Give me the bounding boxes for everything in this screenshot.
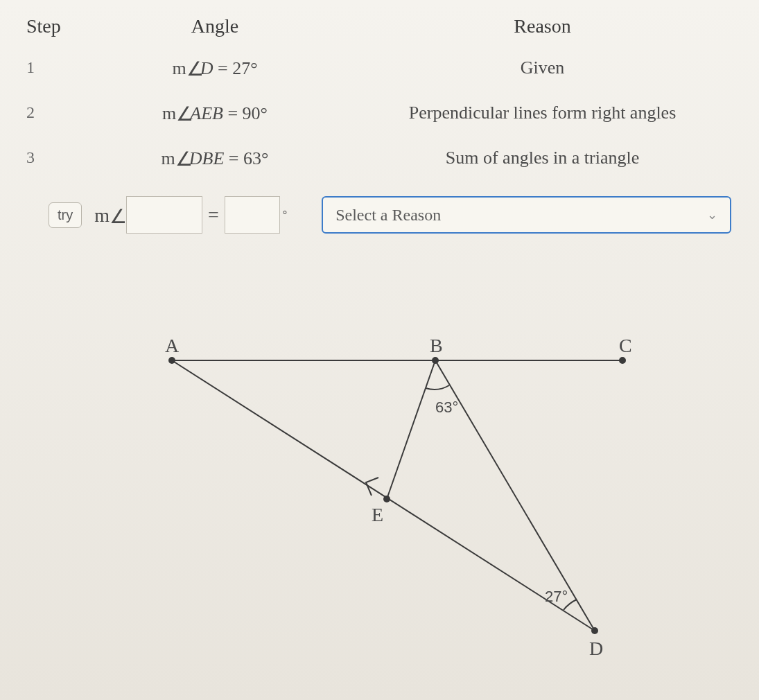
input-row: try m = ° Select a Reason ⌄ (21, 187, 738, 243)
point-c (619, 357, 626, 364)
equals-sign: = (208, 204, 219, 226)
table-row: 2 mAEB = 90° Perpendicular lines form ri… (21, 90, 738, 135)
step-number: 3 (21, 148, 83, 167)
angle-label-63: 63° (435, 399, 458, 416)
point-b (432, 357, 439, 364)
reason-select[interactable]: Select a Reason ⌄ (322, 196, 731, 234)
label-e: E (372, 504, 383, 525)
label-a: A (165, 335, 180, 356)
label-c: C (619, 335, 632, 356)
angle-icon (175, 146, 188, 159)
reason-text: Sum of angles in a triangle (347, 148, 738, 168)
line-ad (172, 360, 595, 631)
point-e (383, 496, 390, 502)
angle-icon (186, 56, 199, 69)
reason-text: Given (347, 58, 738, 78)
angle-statement: mDBE = 63° (83, 146, 347, 169)
angle-statement: mAEB = 90° (83, 101, 347, 124)
angle-value-input[interactable] (225, 196, 280, 234)
angle-label-27: 27° (545, 588, 568, 605)
degree-symbol: ° (283, 209, 287, 221)
proof-table: Step Angle Reason 1 mD = 27° Given 2 mAE… (21, 7, 738, 243)
line-be (387, 360, 435, 499)
point-a (168, 357, 175, 364)
reason-text: Perpendicular lines form right angles (347, 103, 738, 123)
label-b: B (430, 335, 443, 356)
geometry-diagram: 63° 27° A B C E D (21, 305, 738, 665)
try-button[interactable]: try (49, 202, 82, 228)
right-angle-marker (366, 478, 378, 496)
step-number: 1 (21, 58, 83, 77)
label-d: D (589, 638, 603, 659)
header-angle: Angle (83, 15, 347, 37)
m-angle-label: m (94, 204, 123, 227)
angle-name-input[interactable] (126, 196, 202, 234)
angle-icon (110, 204, 122, 216)
line-bd (435, 360, 595, 631)
chevron-down-icon: ⌄ (707, 207, 717, 222)
table-row: 3 mDBE = 63° Sum of angles in a triangle (21, 135, 738, 180)
table-header-row: Step Angle Reason (21, 7, 738, 45)
select-placeholder: Select a Reason (335, 206, 441, 225)
angle-arc-63 (426, 385, 449, 390)
angle-statement: mD = 27° (83, 56, 347, 79)
diagram-svg: 63° 27° A B C E D (68, 305, 692, 665)
header-reason: Reason (347, 15, 738, 37)
step-number: 2 (21, 103, 83, 122)
table-row: 1 mD = 27° Given (21, 45, 738, 90)
point-d (591, 627, 598, 634)
angle-icon (176, 101, 189, 114)
header-step: Step (21, 15, 83, 37)
